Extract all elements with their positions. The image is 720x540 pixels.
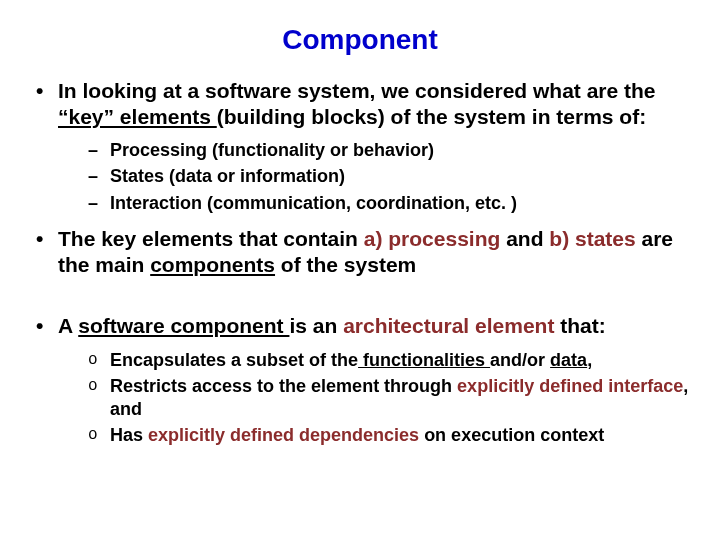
text-accent: b) states	[549, 227, 635, 250]
sub-bullet: Has explicitly defined dependencies on e…	[58, 424, 692, 447]
text: Restricts access to the element through	[110, 376, 457, 396]
text: Encapsulates a subset of the	[110, 350, 358, 370]
text-underlined: functionalities	[358, 350, 490, 370]
bullet-list: In looking at a software system, we cons…	[28, 78, 692, 447]
text: and	[500, 227, 549, 250]
sub-bullet: Processing (functionality or behavior)	[58, 139, 692, 162]
text-accent: explicitly defined dependencies	[148, 425, 419, 445]
text-underlined: software component	[78, 314, 289, 337]
sub-bullet: Interaction (communication, coordination…	[58, 192, 692, 215]
sub-bullet: States (data or information)	[58, 165, 692, 188]
text-underlined: “key” elements	[58, 105, 217, 128]
text: of the system	[275, 253, 416, 276]
text: is an	[289, 314, 343, 337]
slide: Component In looking at a software syste…	[0, 0, 720, 540]
spacer	[28, 291, 692, 313]
text-accent: architectural element	[343, 314, 554, 337]
text: ,	[587, 350, 592, 370]
bullet-3: A software component is an architectural…	[28, 313, 692, 447]
text: Has	[110, 425, 148, 445]
text: (building blocks) of the system in terms…	[217, 105, 646, 128]
text-underlined: components	[150, 253, 275, 276]
text: on execution context	[419, 425, 604, 445]
sub-bullet: Encapsulates a subset of the functionali…	[58, 349, 692, 372]
text: The key elements that contain	[58, 227, 364, 250]
text: and/or	[490, 350, 550, 370]
bullet-2: The key elements that contain a) process…	[28, 226, 692, 279]
text-underlined: data	[550, 350, 587, 370]
text: A	[58, 314, 78, 337]
text: In looking at a software system, we cons…	[58, 79, 656, 102]
slide-title: Component	[28, 24, 692, 56]
text-accent: explicitly defined interface	[457, 376, 683, 396]
text-accent: a) processing	[364, 227, 501, 250]
sub-list: Encapsulates a subset of the functionali…	[58, 349, 692, 447]
sub-bullet: Restricts access to the element through …	[58, 375, 692, 420]
sub-list: Processing (functionality or behavior) S…	[58, 139, 692, 215]
text: that:	[554, 314, 605, 337]
bullet-1: In looking at a software system, we cons…	[28, 78, 692, 214]
